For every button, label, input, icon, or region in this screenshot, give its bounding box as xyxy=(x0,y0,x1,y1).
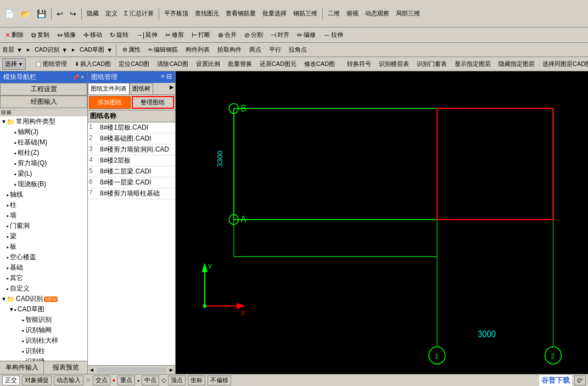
tree-item[interactable]: ▼📁常用构件类型 xyxy=(0,116,87,127)
two-point-btn[interactable]: 两点 xyxy=(247,44,264,55)
select-same-layer-btn[interactable]: 选择同图层CAD图元 xyxy=(540,58,588,70)
tree-item[interactable]: ▪其它 xyxy=(0,273,87,283)
tree-item[interactable]: ▪空心楼盖 xyxy=(0,252,87,262)
corner-btn[interactable]: 拉角点 xyxy=(286,44,310,55)
drawing-row[interactable]: 68#楼一层梁.CADI xyxy=(88,177,175,188)
report-preview-btn[interactable]: 报表预览 xyxy=(44,361,87,374)
intersection-btn[interactable]: 交点 xyxy=(93,376,110,385)
parallel-btn[interactable]: 平行 xyxy=(266,44,284,55)
move-btn[interactable]: ✛ 移动 xyxy=(81,29,105,41)
component-list-btn[interactable]: 构件列表 xyxy=(183,44,212,55)
tree-item[interactable]: ▪剪力墙(Q) xyxy=(0,158,87,169)
identify-door-btn[interactable]: 识别门窗表 xyxy=(414,58,450,70)
tab-file-list[interactable]: 图纸文件列表 xyxy=(88,83,130,94)
tree-item[interactable]: ▪现浇板(B) xyxy=(0,179,87,189)
drawing-row[interactable]: 28#楼基础图.CADI xyxy=(88,133,175,144)
cad-canvas-area[interactable]: B A 3300 3000 1 2 xyxy=(176,71,588,374)
cad-manage-btn[interactable]: 📋 图纸管理 xyxy=(32,58,70,70)
tree-item[interactable]: ▼📁CAD识别NEW xyxy=(0,294,87,304)
orbit-btn[interactable]: 动态观察 xyxy=(362,8,392,19)
dynamic-input-btn[interactable]: 动态输入 xyxy=(54,376,83,385)
modify-cad-btn[interactable]: 修改CAD图 xyxy=(301,58,338,70)
new-btn[interactable]: 📄 xyxy=(2,8,17,20)
tree-item[interactable]: ▪柱基础(M) xyxy=(0,137,87,148)
ortho-btn[interactable]: 正交 xyxy=(2,376,20,385)
locate-cad-btn[interactable]: 定位CAD图 xyxy=(116,58,152,70)
tree-item[interactable]: ▼▪CAD草图 xyxy=(0,304,87,315)
single-component-btn[interactable]: 单构件输入 xyxy=(0,361,44,374)
align2-btn[interactable]: ⊣ 对齐 xyxy=(268,29,292,41)
copy-btn[interactable]: ⧉ 复制 xyxy=(29,29,52,41)
scrollbar-horizontal[interactable]: ◄ ► xyxy=(88,365,175,374)
batch-select-btn[interactable]: 批量选择 xyxy=(260,8,289,19)
batch-replace-btn[interactable]: 批量替换 xyxy=(225,58,255,70)
drawing-panel-close-btn[interactable]: × ⊟ xyxy=(161,72,172,82)
no-offset-btn[interactable]: 不偏移 xyxy=(208,376,231,385)
find-btn[interactable]: 查找图元 xyxy=(192,8,222,19)
restore-cad-btn[interactable]: 还原CAD图元 xyxy=(257,58,299,70)
set-scale-btn[interactable]: 设置比例 xyxy=(193,58,223,70)
add-drawing-btn[interactable]: 添加图纸 xyxy=(89,96,131,109)
tree-item[interactable]: ▪梁 xyxy=(0,231,87,242)
hide-btn[interactable]: 隐藏 xyxy=(84,8,102,19)
define-btn[interactable]: 定义 xyxy=(103,8,120,19)
save-btn[interactable]: 💾 xyxy=(34,8,49,20)
extend-btn[interactable]: →| 延伸 xyxy=(133,29,160,41)
tree-item[interactable]: ▪自定义 xyxy=(0,283,87,294)
tree-item[interactable]: ▪轴线 xyxy=(0,189,87,200)
tree-item[interactable]: ▪基础 xyxy=(0,262,87,273)
edit-rebar-btn[interactable]: ✏ 编辑钢筋 xyxy=(145,44,181,55)
show-layer-btn[interactable]: 显示指定图层 xyxy=(452,58,494,70)
rebar-3d-btn[interactable]: 钢筋三维 xyxy=(290,8,320,19)
tree-item[interactable]: ▪识别柱大样 xyxy=(0,335,87,346)
drawing-row[interactable]: 48#楼2层板 xyxy=(88,155,175,166)
split-btn[interactable]: ⊘ 分割 xyxy=(242,29,266,41)
insert-cad-btn[interactable]: ⬇ 插入CAD图 xyxy=(72,58,114,70)
2d-btn[interactable]: 二维 xyxy=(325,8,343,19)
open-btn[interactable]: 📂 xyxy=(18,8,33,20)
tree-item[interactable]: ▪识别墙 xyxy=(0,356,87,361)
drawing-row[interactable]: 78#楼剪力墙暗柱基础 xyxy=(88,188,175,199)
tree-item[interactable]: ▪门窗洞 xyxy=(0,221,87,231)
identify-layer-btn[interactable]: 识别楼层表 xyxy=(376,58,412,70)
edit-btn[interactable]: ✏ 编修 xyxy=(294,29,318,41)
hide-layer-btn[interactable]: 隐藏指定图层 xyxy=(496,58,537,70)
stretch-btn[interactable]: ↔ 拉伸 xyxy=(321,29,346,41)
rotate-btn[interactable]: ↻ 旋转 xyxy=(107,29,131,41)
tab-tree[interactable]: 图纸树 xyxy=(130,83,153,94)
rebar-qty-btn[interactable]: 查看钢筋量 xyxy=(223,8,259,19)
topview-btn[interactable]: 俯视 xyxy=(344,8,361,19)
project-settings-btn[interactable]: 工程设置 xyxy=(0,83,87,96)
drawing-row[interactable]: 38#楼剪力墙留洞间.CAD xyxy=(88,144,175,155)
partial3d-btn[interactable]: 局部三维 xyxy=(393,8,423,19)
coord-btn[interactable]: 坐标 xyxy=(188,376,205,385)
midpoint-btn[interactable]: 重点 xyxy=(117,376,135,385)
trim-btn[interactable]: ✂ 修剪 xyxy=(163,29,187,41)
panel-expand-btn[interactable]: ▶ xyxy=(169,83,175,94)
left-panel-pin-btn[interactable]: 📌 × xyxy=(72,74,84,80)
tree-item[interactable]: ▪墙 xyxy=(0,210,87,221)
pick-component-btn[interactable]: 拾取构件 xyxy=(215,44,244,55)
redo-btn[interactable]: ↪ xyxy=(67,8,79,20)
sum-btn[interactable]: Σ 汇总计算 xyxy=(121,8,156,19)
tree-item[interactable]: ▪梁(L) xyxy=(0,169,87,179)
drawing-row[interactable]: 58#楼二层梁.CADI xyxy=(88,166,175,177)
tree-item[interactable]: ▪识别轴网 xyxy=(0,325,87,335)
convert-symbol-btn[interactable]: 转换符号 xyxy=(344,58,374,70)
align-btn[interactable]: 平齐板顶 xyxy=(161,8,191,19)
break-btn[interactable]: ⊢ 打断 xyxy=(189,29,213,41)
vertex-btn[interactable]: 顶点 xyxy=(168,376,186,385)
snap-btn[interactable]: 对象捕捉 xyxy=(22,376,52,385)
clear-cad-btn[interactable]: 清除CAD图 xyxy=(154,58,191,70)
drawing-row[interactable]: 18#楼1层板.CADI xyxy=(88,122,175,133)
tree-item[interactable]: ▪柱 xyxy=(0,200,87,210)
mirror-btn[interactable]: ⇔ 镜像 xyxy=(54,29,79,41)
midpoint2-btn[interactable]: 中点 xyxy=(142,376,159,385)
drawing-input-btn[interactable]: 经图输入 xyxy=(0,96,87,108)
tree-item[interactable]: ▪板 xyxy=(0,242,87,252)
delete-btn[interactable]: ✕ 删除 xyxy=(2,29,26,41)
merge-btn[interactable]: ⊕ 合并 xyxy=(215,29,239,41)
manage-drawing-btn[interactable]: 整理图纸 xyxy=(132,96,175,109)
tree-item[interactable]: ▪智能识别 xyxy=(0,315,87,325)
property-btn[interactable]: ⚙ 属性 xyxy=(120,44,143,55)
